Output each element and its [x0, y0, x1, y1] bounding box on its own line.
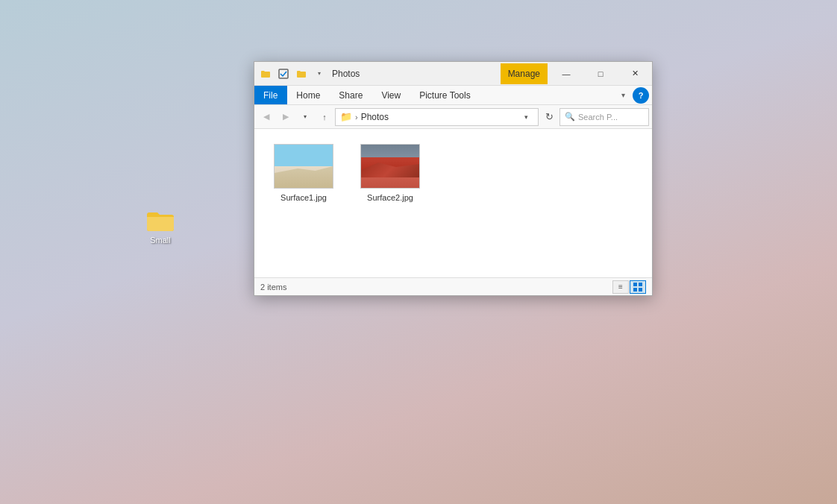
manage-tab-button[interactable]: Manage — [501, 63, 548, 84]
items-count-label: 2 items — [260, 283, 612, 292]
address-bar: ◀ ▶ ▾ ↑ 📁 › Photos ▾ ↻ 🔍 Search P... — [254, 105, 652, 129]
thumbnail-surface2 — [360, 144, 420, 189]
svg-rect-1 — [633, 283, 637, 286]
search-placeholder: Search P... — [578, 113, 618, 122]
tiles-view-icon — [633, 283, 642, 292]
tab-view[interactable]: View — [372, 86, 410, 104]
details-view-button[interactable]: ≡ — [612, 280, 629, 294]
svg-rect-0 — [279, 69, 288, 78]
file-item-surface1[interactable]: Surface1.jpg — [266, 141, 341, 265]
svg-rect-3 — [633, 288, 637, 292]
ribbon-tabs: File Home Share View Picture Tools ▾ ? — [254, 86, 652, 105]
minimize-button[interactable]: — — [549, 62, 583, 86]
help-button[interactable]: ? — [633, 87, 649, 104]
forward-icon: ▶ — [283, 112, 289, 122]
status-bar: 2 items ≡ — [254, 277, 652, 295]
file-name-surface1: Surface1.jpg — [280, 193, 327, 202]
qat-dropdown-btn[interactable]: ▾ — [311, 66, 327, 82]
qat-chevron-icon: ▾ — [318, 70, 321, 77]
recent-locations-button[interactable]: ▾ — [296, 108, 314, 126]
refresh-button[interactable]: ↻ — [540, 108, 558, 126]
tiles-view-button[interactable] — [630, 280, 646, 294]
svg-rect-2 — [639, 283, 642, 286]
window-controls: — □ ✕ — [549, 62, 652, 85]
tab-file[interactable]: File — [254, 86, 287, 104]
view-buttons: ≡ — [612, 280, 646, 294]
refresh-icon: ↻ — [545, 111, 554, 122]
quick-access-toolbar: ▾ Photos — [257, 66, 501, 82]
address-dropdown-button[interactable]: ▾ — [518, 113, 533, 121]
title-bar: ▾ Photos Manage — □ ✕ — [254, 62, 652, 86]
close-button[interactable]: ✕ — [618, 62, 652, 86]
address-separator: › — [355, 113, 358, 122]
search-box[interactable]: 🔍 Search P... — [559, 108, 649, 126]
up-icon: ↑ — [322, 113, 327, 122]
back-button[interactable]: ◀ — [257, 108, 275, 126]
dropdown-chevron-icon: ▾ — [524, 113, 528, 121]
qat-folder-btn[interactable] — [257, 66, 274, 82]
folder-icon — [145, 209, 175, 233]
tab-home[interactable]: Home — [287, 86, 330, 104]
recent-icon: ▾ — [304, 113, 307, 120]
tab-picture-tools[interactable]: Picture Tools — [410, 86, 480, 104]
forward-button[interactable]: ▶ — [277, 108, 295, 126]
svg-rect-4 — [639, 288, 642, 292]
file-name-surface2: Surface2.jpg — [367, 193, 413, 202]
search-icon: 🔍 — [565, 112, 575, 122]
qat-folder2-icon — [296, 69, 307, 78]
qat-folder-icon — [260, 69, 271, 78]
window-title: Photos — [332, 69, 360, 79]
desktop-folder-icon[interactable]: Small — [138, 209, 183, 245]
chevron-down-icon: ▾ — [621, 91, 625, 99]
up-button[interactable]: ↑ — [316, 108, 333, 126]
content-area: Surface1.jpg Surface2.jpg — [254, 129, 652, 277]
qat-folder2-btn[interactable] — [293, 66, 310, 82]
surface2-preview — [361, 144, 419, 189]
address-path-label: Photos — [361, 112, 389, 122]
surface1-preview — [275, 144, 333, 189]
address-folder-icon: 📁 — [340, 111, 352, 122]
qat-check-btn[interactable] — [275, 66, 292, 82]
tab-share[interactable]: Share — [330, 86, 372, 104]
back-icon: ◀ — [263, 112, 269, 122]
ribbon-expand-button[interactable]: ▾ — [617, 86, 630, 104]
qat-check-icon — [278, 69, 289, 79]
file-item-surface2[interactable]: Surface2.jpg — [353, 141, 427, 265]
maximize-button[interactable]: □ — [583, 62, 618, 86]
details-view-icon: ≡ — [618, 283, 623, 291]
thumbnail-surface1 — [274, 144, 333, 189]
file-explorer-window: ▾ Photos Manage — □ ✕ File Home Share — [254, 61, 653, 296]
desktop-icon-label: Small — [150, 236, 171, 245]
address-input[interactable]: 📁 › Photos ▾ — [335, 108, 539, 126]
